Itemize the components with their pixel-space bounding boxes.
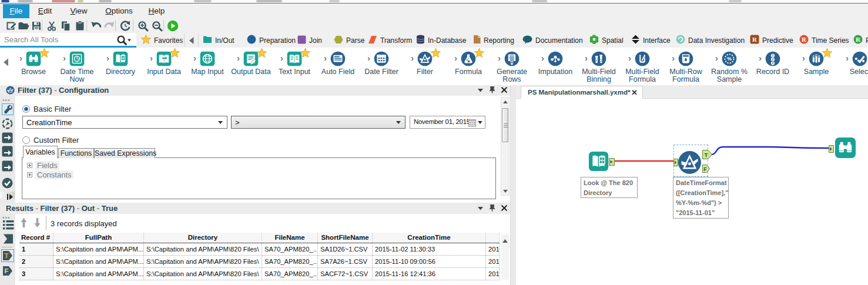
tab-variables[interactable]: Variables: [23, 146, 58, 158]
grid-cell[interactable]: 201: [486, 243, 500, 256]
tab-close-icon[interactable]: ✕: [631, 89, 638, 97]
tool-directory[interactable]: Directory: [98, 51, 143, 76]
annotation-filter[interactable]: DateTimeFormat ([CreationTime]," %Y-%m-%…: [673, 177, 729, 219]
annotation-directory[interactable]: Look @ The 820 Directory: [581, 177, 638, 198]
grid-cell[interactable]: S:\Capitation and APM\APM...: [53, 243, 144, 256]
tree-item-constants[interactable]: Constants: [27, 170, 73, 179]
category-transform[interactable]: Transform: [368, 33, 412, 48]
node-filter[interactable]: [678, 150, 702, 175]
category-p[interactable]: RP: [853, 33, 868, 48]
tool-select[interactable]: Select: [837, 51, 868, 76]
document-tab[interactable]: PS Manipulationmarshall.yxmd* ✕: [521, 86, 643, 99]
arrow-box-icon[interactable]: [2, 146, 14, 157]
grid-cell[interactable]: SA1D26~1.CSV: [318, 243, 373, 256]
operator-combobox[interactable]: >: [231, 116, 405, 129]
workflow-canvas[interactable]: TFLook @ The 820 DirectoryDateTimeFormat…: [516, 99, 868, 285]
tree-expand-icon[interactable]: [27, 172, 32, 177]
menu-options[interactable]: Options: [101, 4, 137, 18]
category-parse[interactable]: Parse: [334, 33, 364, 48]
grid-cell[interactable]: S:\Capitation and APM\APM...: [53, 256, 144, 268]
category-reporting[interactable]: Reporting: [473, 33, 514, 48]
arrow-box-icon[interactable]: [2, 132, 14, 144]
anchor-filter-in[interactable]: [673, 158, 678, 166]
scrollbar-thumb[interactable]: [502, 108, 508, 142]
grid-cell[interactable]: 2015-11-10 09:00:56: [373, 256, 486, 268]
grid-row-number[interactable]: 1: [19, 243, 53, 256]
anchor-f[interactable]: F: [702, 165, 710, 173]
sort-up-icon[interactable]: [20, 217, 28, 231]
tool-record-id[interactable]: 123 Record ID: [750, 51, 795, 76]
zoom-in-icon[interactable]: [137, 20, 149, 32]
config-panel-dropdown-icon[interactable]: [477, 85, 484, 96]
tool-date-filter[interactable]: Date Filter: [359, 51, 404, 76]
date-field[interactable]: November 01, 2015: [410, 116, 485, 129]
grid-column-header[interactable]: Record #: [19, 233, 53, 243]
grid-cell[interactable]: 2015-11-16 12:41:36: [373, 268, 486, 280]
calendar-icon[interactable]: [468, 119, 476, 128]
menu-view[interactable]: View: [66, 4, 91, 18]
grid-cell[interactable]: S:\Capitation and APM\APM\820 Files\: [144, 243, 262, 256]
new-file-icon[interactable]: [6, 20, 18, 32]
tool-multi-field-binning[interactable]: Multi-Field Binning: [577, 51, 621, 83]
menu-help[interactable]: Help: [142, 4, 172, 18]
redo-icon[interactable]: [103, 20, 115, 32]
save-icon[interactable]: [31, 20, 42, 32]
palette-back-icon[interactable]: [2, 58, 9, 69]
category-predictive[interactable]: RPredictive: [750, 33, 793, 48]
tool-map-input[interactable]: Map Input: [185, 51, 230, 76]
field-combobox[interactable]: CreationTime: [22, 116, 227, 129]
grid-row-number[interactable]: 2: [19, 256, 53, 268]
output-true-badge[interactable]: T: [1, 249, 14, 262]
node-directory[interactable]: [588, 151, 609, 172]
tree-expand-icon[interactable]: [27, 163, 32, 168]
grid-column-header[interactable]: FullPath: [53, 233, 144, 243]
grid-cell[interactable]: SA7A26~1.CSV: [318, 256, 373, 268]
grid-cell[interactable]: SA70_APM820_...: [262, 243, 318, 256]
config-scrollbar[interactable]: [501, 97, 510, 196]
wire-filter-browse[interactable]: [712, 147, 829, 155]
grid-cell[interactable]: 2015-11-02 11:30:33: [373, 243, 486, 256]
list-icon[interactable]: [2, 219, 14, 233]
cut-icon[interactable]: [46, 20, 58, 32]
output-false-badge[interactable]: F: [2, 266, 13, 279]
search-box[interactable]: [0, 33, 136, 48]
basic-filter-radio[interactable]: [22, 105, 30, 113]
tool-multi-field-formula[interactable]: Multi-Field Formula: [620, 51, 665, 83]
check-circle-icon[interactable]: [2, 177, 14, 189]
grid-column-header[interactable]: FileName: [262, 233, 318, 243]
grid-column-header[interactable]: ShortFileName: [318, 233, 373, 243]
panel-splitter[interactable]: [510, 85, 516, 285]
tool-auto-field[interactable]: Auto Field: [316, 51, 360, 76]
category-preparation[interactable]: Preparation: [247, 33, 296, 48]
scroll-down-icon[interactable]: [501, 187, 509, 195]
menu-edit[interactable]: Edit: [34, 4, 56, 18]
tab-functions[interactable]: Functions: [58, 148, 94, 158]
config-panel-pin-icon[interactable]: [489, 85, 495, 96]
category-data-investigation[interactable]: Data Investigation: [676, 33, 745, 48]
results-panel-dropdown-icon[interactable]: [477, 203, 484, 214]
copy-icon[interactable]: [60, 20, 72, 32]
grid-cell[interactable]: SACF72~1.CSV: [318, 268, 373, 280]
grid-cell[interactable]: 201: [486, 268, 500, 280]
grid-cell[interactable]: S:\Capitation and APM\APM\820 Files\: [144, 256, 262, 268]
refresh-icon[interactable]: [119, 20, 131, 32]
palette-scroll-left-icon[interactable]: [188, 33, 195, 48]
wrench-icon[interactable]: [2, 103, 14, 115]
category-interface[interactable]: Interface: [631, 33, 671, 48]
search-input[interactable]: [4, 34, 110, 45]
strip-expand-button[interactable]: [0, 192, 15, 199]
tool-generate-rows[interactable]: Generate Rows: [490, 51, 534, 83]
grid-cell[interactable]: SA70_APM820_...: [262, 268, 318, 280]
anchor-t[interactable]: T: [702, 150, 712, 159]
custom-filter-radio[interactable]: [22, 136, 30, 144]
results-scrollbar-track[interactable]: [501, 243, 509, 280]
results-panel-close-icon[interactable]: [501, 203, 508, 214]
open-folder-icon[interactable]: [18, 20, 30, 32]
undo-icon[interactable]: [91, 20, 102, 32]
category-in-out[interactable]: In/Out: [203, 33, 234, 48]
grid-cell[interactable]: SA70_APM820_...: [262, 256, 318, 268]
compass-icon[interactable]: [2, 118, 14, 130]
flag-icon[interactable]: [3, 234, 14, 246]
grid-column-header[interactable]: CreationTime: [373, 233, 486, 243]
category-documentation[interactable]: Documentation: [522, 33, 583, 48]
